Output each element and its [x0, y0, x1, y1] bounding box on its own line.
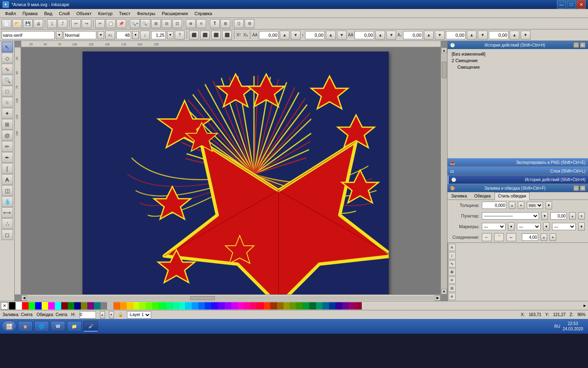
taskbar-chrome[interactable]: 🌐: [34, 321, 49, 332]
palette-color-32[interactable]: [218, 302, 225, 310]
fs-tab-stroke-style[interactable]: Стиль обводки: [494, 192, 530, 200]
palette-color-29[interactable]: [198, 302, 205, 310]
help-btn[interactable]: ?: [175, 31, 185, 40]
paste-btn[interactable]: 📌: [116, 19, 126, 28]
dropper-tool[interactable]: 💧: [2, 196, 13, 207]
spray-tool[interactable]: ∴: [2, 218, 13, 229]
pen-tool[interactable]: ✒: [2, 152, 13, 163]
zoom-draw-btn[interactable]: ⊟: [162, 19, 172, 28]
new-btn[interactable]: 📄: [2, 19, 11, 28]
vs-dn[interactable]: ▼: [337, 31, 347, 40]
zoom-page-btn[interactable]: ⊡: [172, 19, 182, 28]
fs-panel-minimize[interactable]: —: [573, 185, 579, 191]
zoom-fit-btn[interactable]: ⊞: [151, 19, 161, 28]
scroll-down-arrow[interactable]: ▼: [441, 289, 447, 294]
history-btn-header[interactable]: 🕐 История действий (Shift+Ctrl+H): [448, 175, 588, 184]
palette-color-5[interactable]: [42, 302, 48, 310]
palette-color-36[interactable]: [244, 302, 251, 310]
history-panel-close[interactable]: ✕: [580, 42, 586, 48]
scroll-thumb-bottom[interactable]: [190, 296, 215, 300]
palette-color-51[interactable]: [342, 302, 349, 310]
palette-color-0[interactable]: [9, 302, 16, 310]
h-input[interactable]: [80, 311, 96, 319]
palette-color-39[interactable]: [264, 302, 270, 310]
palette-color-31[interactable]: [212, 302, 218, 310]
dash-up[interactable]: ▲: [569, 212, 576, 220]
thickness-input[interactable]: [482, 202, 506, 209]
palette-color-42[interactable]: [283, 302, 290, 310]
align-center-btn[interactable]: ⬛: [200, 31, 210, 40]
taskbar-word[interactable]: W: [51, 321, 65, 332]
palette-color-1[interactable]: [16, 302, 22, 310]
palette-color-15[interactable]: [107, 302, 114, 310]
dash-select[interactable]: ────────── – – – – –: [482, 212, 539, 220]
palette-color-41[interactable]: [277, 302, 283, 310]
palette-color-30[interactable]: [205, 302, 212, 310]
palette-color-44[interactable]: [296, 302, 303, 310]
e2-up[interactable]: ▲: [510, 31, 519, 40]
e1-up[interactable]: ▲: [467, 31, 477, 40]
history-item-2[interactable]: Смещение: [449, 64, 586, 70]
node-tool[interactable]: ◇: [2, 53, 13, 63]
taskbar-explorer[interactable]: 📁: [67, 321, 82, 332]
palette-color-25[interactable]: [172, 302, 179, 310]
aa-dn[interactable]: ▼: [386, 31, 396, 40]
taskbar-inkscape-active[interactable]: 🖋: [83, 321, 98, 332]
marker-mid-dropdown[interactable]: ▼: [543, 222, 550, 231]
join-dn[interactable]: ▼: [550, 233, 556, 241]
3d-tool[interactable]: ⊞: [2, 119, 13, 130]
palette-color-10[interactable]: [74, 302, 81, 310]
history-item-1[interactable]: 2 Смещение: [449, 57, 586, 64]
font-family-dropdown[interactable]: ▼: [56, 31, 62, 39]
redo-btn[interactable]: ↪: [82, 19, 91, 28]
palette-color-3[interactable]: [29, 302, 35, 310]
join-limit-input[interactable]: [522, 233, 538, 241]
taskbar-owl[interactable]: 🦉: [18, 321, 33, 332]
palette-color-16[interactable]: [114, 302, 120, 310]
menu-edit[interactable]: Правка: [19, 10, 41, 17]
marker-end-dropdown[interactable]: ▼: [578, 222, 585, 231]
settings-btn[interactable]: ⚙: [245, 19, 254, 28]
dash-dropdown[interactable]: ▼: [541, 212, 548, 220]
zoom-out-btn[interactable]: 🔍-: [140, 19, 150, 28]
extra-input1[interactable]: [446, 31, 466, 39]
history-panel-header[interactable]: 🕐 История действий (Shift+Ctrl+H) — ✕: [448, 41, 588, 49]
palette-color-50[interactable]: [336, 302, 342, 310]
fill-stroke-header[interactable]: 🎨 Заливка и обводка (Shift+Ctrl+F) — ✕: [448, 184, 588, 192]
history-item-0[interactable]: [Без изменений]: [449, 51, 586, 57]
cut-btn[interactable]: ✂: [95, 19, 105, 28]
menu-file[interactable]: Файл: [2, 10, 19, 17]
palette-color-43[interactable]: [290, 302, 296, 310]
palette-color-48[interactable]: [323, 302, 329, 310]
palette-x-btn[interactable]: ✕: [1, 302, 8, 310]
snap-btn[interactable]: ⊕: [186, 19, 196, 28]
palette-color-53[interactable]: [355, 302, 362, 310]
palette-color-9[interactable]: [68, 302, 74, 310]
calligraphy-tool[interactable]: ∫: [2, 163, 13, 174]
ri-btn-2[interactable]: ↕: [448, 252, 456, 259]
extra-input2[interactable]: [489, 31, 508, 39]
align-left-btn[interactable]: ⬛: [189, 31, 199, 40]
dash-dn[interactable]: ▼: [578, 212, 585, 220]
palette-color-21[interactable]: [146, 302, 153, 310]
palette-color-45[interactable]: [303, 302, 310, 310]
menu-object[interactable]: Объект: [73, 10, 95, 17]
aav-up[interactable]: ▲: [424, 31, 434, 40]
palette-color-37[interactable]: [251, 302, 257, 310]
menu-layer[interactable]: Слой: [56, 10, 73, 17]
ri-btn-7[interactable]: A: [448, 293, 456, 300]
scroll-thumb-right[interactable]: [442, 62, 447, 78]
join-round[interactable]: ⌒: [494, 233, 504, 241]
e2-dn[interactable]: ▼: [521, 31, 530, 40]
start-button[interactable]: 🪟: [2, 321, 16, 332]
aa-up[interactable]: ▲: [375, 31, 385, 40]
open-btn[interactable]: 📂: [12, 19, 22, 28]
close-button[interactable]: ✕: [577, 0, 586, 9]
pencil-tool[interactable]: ✏: [2, 141, 13, 152]
ri-btn-4[interactable]: ⊞: [448, 268, 456, 276]
font-family-input[interactable]: [2, 31, 55, 39]
vs-up[interactable]: ▲: [326, 31, 336, 40]
ri-btn-5[interactable]: ≡: [448, 276, 456, 284]
marker-start-dropdown[interactable]: ▼: [508, 222, 514, 231]
palette-color-46[interactable]: [310, 302, 316, 310]
